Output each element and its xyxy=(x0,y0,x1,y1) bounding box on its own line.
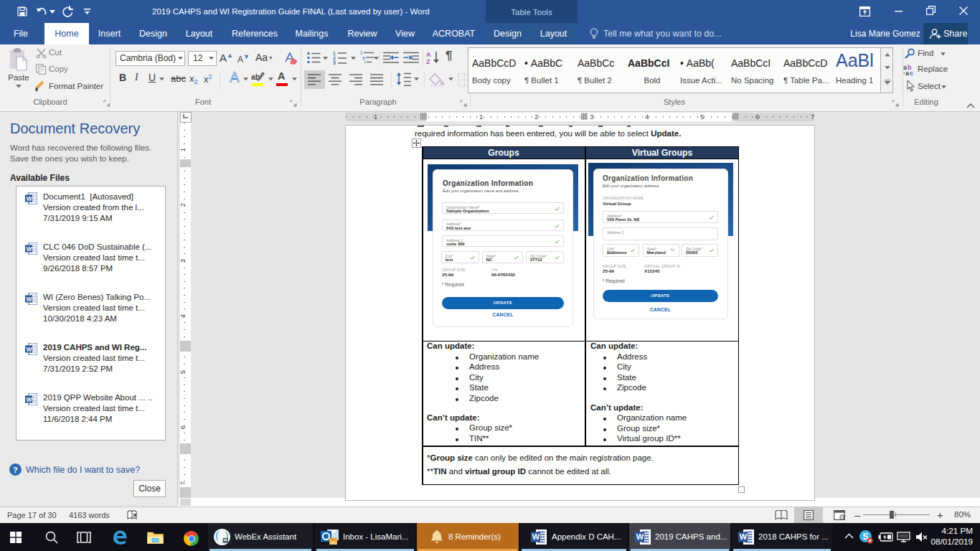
svg-text:1: 1 xyxy=(333,51,336,56)
svg-text:W: W xyxy=(27,195,33,202)
svg-text:3: 3 xyxy=(333,60,336,65)
svg-text:Z: Z xyxy=(426,58,430,65)
svg-text:W: W xyxy=(740,532,748,541)
svg-text:W: W xyxy=(532,532,540,541)
svg-text:W: W xyxy=(27,296,33,303)
svg-text:c: c xyxy=(910,70,913,76)
svg-text:W: W xyxy=(27,245,33,253)
svg-text:i: i xyxy=(364,60,365,65)
svg-text:A: A xyxy=(426,51,431,58)
svg-text:?: ? xyxy=(13,466,18,474)
svg-text:W: W xyxy=(27,346,33,353)
svg-text:W: W xyxy=(636,532,644,541)
svg-text:W: W xyxy=(27,396,33,403)
